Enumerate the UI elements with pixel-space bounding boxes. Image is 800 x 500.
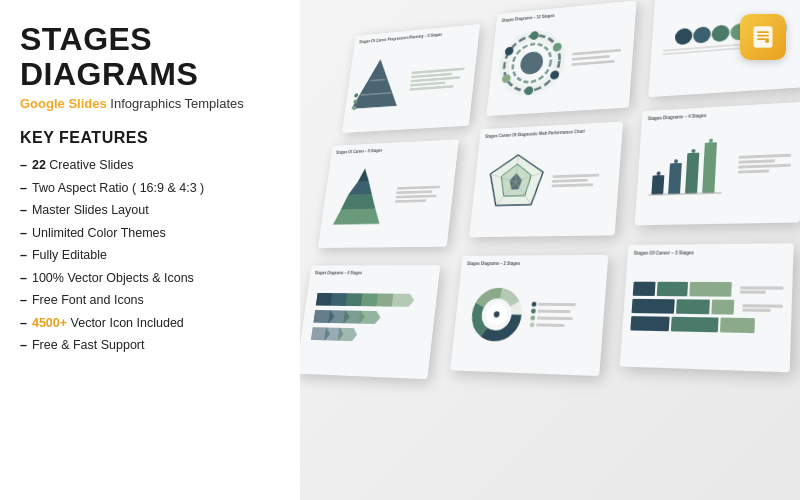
svg-line-41 <box>648 192 721 194</box>
svg-point-44 <box>691 148 695 152</box>
svg-marker-26 <box>341 193 377 209</box>
slides-grid: Stages Of Career Progression Planning – … <box>269 0 800 500</box>
svg-marker-25 <box>348 181 373 195</box>
svg-marker-24 <box>358 168 371 181</box>
google-slides-icon <box>749 23 777 51</box>
slide-preview-4: Stages Of Career – 5 Stages <box>318 139 459 248</box>
svg-point-16 <box>520 50 545 74</box>
svg-point-10 <box>354 93 358 97</box>
list-item: – Unlimited Color Themes <box>20 225 280 243</box>
donut-chart <box>469 287 524 341</box>
subtitle-rest: Infographics Templates <box>110 96 243 111</box>
main-container: STAGES DIAGRAMS Google Slides Infographi… <box>0 0 800 500</box>
svg-rect-39 <box>685 152 699 193</box>
svg-rect-37 <box>651 175 664 195</box>
list-item: – 4500+ Vector Icon Included <box>20 315 280 333</box>
page-title: STAGES DIAGRAMS <box>20 22 280 92</box>
chevron-chart <box>309 289 427 356</box>
logo-badge <box>740 14 786 60</box>
bar-chart <box>646 133 729 199</box>
slide-preview-7: Stages Diagrams – 6 Stages <box>296 265 441 379</box>
key-features-heading: KEY FEATURES <box>20 129 280 147</box>
left-panel: STAGES DIAGRAMS Google Slides Infographi… <box>0 0 300 500</box>
svg-point-45 <box>709 138 713 142</box>
list-item: – 22 Creative Slides <box>20 157 280 175</box>
slide-preview-2: Stages Diagrams – 12 Stages <box>486 0 636 116</box>
svg-marker-6 <box>351 57 403 109</box>
svg-rect-38 <box>668 162 682 193</box>
slide-preview-5: Stages Career Of Diagnostic Web Performa… <box>469 122 623 238</box>
list-item: – 100% Vector Objects & Icons <box>20 270 280 288</box>
svg-point-43 <box>674 159 678 163</box>
svg-rect-40 <box>702 142 717 193</box>
features-list: – 22 Creative Slides – Two Aspect Ratio … <box>20 157 280 355</box>
svg-marker-58 <box>337 328 357 341</box>
slide-preview-1: Stages Of Career Progression Planning – … <box>342 24 480 133</box>
slides-preview-panel: Stages Of Career Progression Planning – … <box>260 0 800 500</box>
pyramid-chart <box>328 163 395 230</box>
list-item: – Free & Fast Support <box>20 337 280 355</box>
svg-marker-55 <box>358 311 381 324</box>
list-item: – Master Slides Layout <box>20 202 280 220</box>
funnel-chart <box>349 53 406 114</box>
list-item: – Free Font and Icons <box>20 292 280 310</box>
svg-rect-3 <box>757 35 769 37</box>
svg-rect-0 <box>754 27 773 48</box>
list-item: – Two Aspect Ratio ( 16:9 & 4:3 ) <box>20 180 280 198</box>
brand-name: Google Slides <box>20 96 107 111</box>
svg-point-42 <box>656 171 660 175</box>
svg-rect-5 <box>765 38 769 43</box>
radial-chart <box>495 27 570 97</box>
list-item: – Fully Editable <box>20 247 280 265</box>
svg-rect-2 <box>757 31 769 33</box>
slide-preview-6: Stages Diagrams – 4 Stages <box>635 102 800 225</box>
svg-marker-27 <box>333 208 382 225</box>
subtitle: Google Slides Infographics Templates <box>20 96 280 111</box>
slide-preview-8: Stages Diagrams – 2 Stages <box>450 255 608 376</box>
svg-marker-51 <box>391 294 414 307</box>
slide-preview-9: Stages Of Career – 3 Stages <box>620 243 794 372</box>
radar-chart <box>482 149 550 215</box>
svg-rect-4 <box>757 38 765 40</box>
